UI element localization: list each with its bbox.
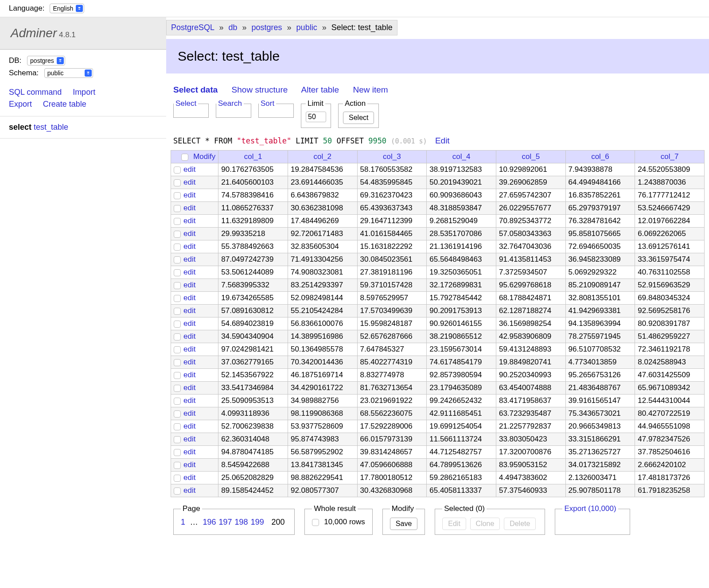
row-checkbox[interactable] <box>174 321 181 328</box>
row-checkbox[interactable] <box>174 192 181 199</box>
action-select-button[interactable]: Select <box>343 112 374 124</box>
row-edit-link[interactable]: edit <box>183 294 195 302</box>
crumb-current: Select: test_table <box>331 23 393 32</box>
column-header[interactable]: col_2 <box>288 151 357 163</box>
row-checkbox[interactable] <box>174 295 181 302</box>
row-edit-link[interactable]: edit <box>183 332 195 340</box>
export-fieldset[interactable]: Export (10,000) <box>555 504 630 535</box>
sidebar-table-link[interactable]: test_table <box>34 123 68 132</box>
create-table-link[interactable]: Create table <box>43 100 86 109</box>
row-edit-link[interactable]: edit <box>183 204 195 212</box>
limit-input[interactable] <box>306 112 326 122</box>
row-checkbox[interactable] <box>174 244 181 251</box>
row-edit-link[interactable]: edit <box>183 165 195 174</box>
row-edit-link[interactable]: edit <box>183 178 195 186</box>
select-fieldset[interactable]: Select <box>173 99 209 118</box>
db-label: DB: <box>9 56 21 65</box>
row-checkbox[interactable] <box>174 385 181 392</box>
sql-edit-link[interactable]: Edit <box>435 136 450 145</box>
language-select[interactable]: English <box>50 4 84 13</box>
export-link[interactable]: Export <box>9 100 32 109</box>
cell: 10.929892061 <box>496 163 565 176</box>
row-checkbox[interactable] <box>174 179 181 186</box>
column-header[interactable]: col_6 <box>565 151 635 163</box>
db-select[interactable]: postgres <box>27 56 65 66</box>
crumb-conn[interactable]: db <box>228 23 237 32</box>
row-checkbox[interactable] <box>174 462 181 469</box>
show-structure-link[interactable]: Show structure <box>232 85 288 94</box>
row-edit-link[interactable]: edit <box>183 435 195 443</box>
row-edit-link[interactable]: edit <box>183 460 195 469</box>
row-checkbox[interactable] <box>174 359 181 366</box>
select-all-checkbox[interactable] <box>181 154 188 161</box>
row-edit-link[interactable]: edit <box>183 409 195 418</box>
cell: 2.6662420102 <box>635 459 705 472</box>
row-edit-link[interactable]: edit <box>183 371 195 379</box>
row-checkbox[interactable] <box>174 398 181 405</box>
brand-name[interactable]: Adminer <box>11 26 57 40</box>
row-edit-link[interactable]: edit <box>183 255 195 263</box>
row-edit-link[interactable]: edit <box>183 345 195 353</box>
import-link[interactable]: Import <box>73 88 95 97</box>
cell: 15.9598248187 <box>357 317 427 330</box>
row-edit-link[interactable]: edit <box>183 306 195 315</box>
table-row: edit97.024298142150.13649855787.64784532… <box>171 343 705 356</box>
row-edit-link[interactable]: edit <box>183 486 195 495</box>
page-first[interactable]: 1 <box>181 518 185 526</box>
row-checkbox[interactable] <box>174 410 181 418</box>
column-header[interactable]: col_3 <box>357 151 427 163</box>
row-checkbox[interactable] <box>174 423 181 430</box>
page-link[interactable]: 196 <box>203 518 216 526</box>
row-checkbox[interactable] <box>174 269 181 276</box>
sort-fieldset[interactable]: Sort <box>258 99 294 118</box>
new-item-link[interactable]: New item <box>353 85 388 94</box>
row-edit-link[interactable]: edit <box>183 396 195 405</box>
page-link[interactable]: 197 <box>219 518 232 526</box>
row-edit-link[interactable]: edit <box>183 319 195 328</box>
row-edit-link[interactable]: edit <box>183 358 195 366</box>
row-checkbox[interactable] <box>174 218 181 225</box>
alter-table-link[interactable]: Alter table <box>301 85 339 94</box>
page-link[interactable]: 198 <box>235 518 248 526</box>
row-edit-link[interactable]: edit <box>183 191 195 199</box>
row-checkbox[interactable] <box>174 449 181 456</box>
row-edit-link[interactable]: edit <box>183 268 195 276</box>
row-edit-link[interactable]: edit <box>183 448 195 456</box>
row-checkbox[interactable] <box>174 333 181 340</box>
schema-select[interactable]: public <box>44 68 93 78</box>
row-checkbox[interactable] <box>174 282 181 289</box>
row-checkbox[interactable] <box>174 372 181 379</box>
search-fieldset[interactable]: Search <box>216 99 251 118</box>
cell: 26.0229557677 <box>496 202 565 215</box>
column-header[interactable]: col_5 <box>496 151 565 163</box>
sql-command-link[interactable]: SQL command <box>9 88 62 97</box>
column-header[interactable]: col_1 <box>218 151 288 163</box>
whole-result-checkbox[interactable] <box>312 519 319 526</box>
row-edit-link[interactable]: edit <box>183 242 195 251</box>
row-checkbox[interactable] <box>174 487 181 495</box>
cell: 27.3819181196 <box>357 266 427 279</box>
row-checkbox[interactable] <box>174 346 181 353</box>
page-link[interactable]: 199 <box>251 518 264 526</box>
row-edit-link[interactable]: edit <box>183 229 195 238</box>
row-checkbox[interactable] <box>174 256 181 263</box>
save-button[interactable]: Save <box>390 518 417 530</box>
column-header[interactable]: col_4 <box>427 151 496 163</box>
row-checkbox[interactable] <box>174 231 181 238</box>
row-checkbox[interactable] <box>174 475 181 482</box>
crumb-schema[interactable]: public <box>296 23 317 32</box>
crumb-server[interactable]: PostgreSQL <box>171 23 214 32</box>
row-edit-link[interactable]: edit <box>183 281 195 289</box>
row-checkbox[interactable] <box>174 166 181 174</box>
row-checkbox[interactable] <box>174 436 181 443</box>
row-checkbox[interactable] <box>174 308 181 315</box>
modify-header[interactable]: Modify <box>193 152 215 161</box>
row-edit-link[interactable]: edit <box>183 473 195 482</box>
row-edit-link[interactable]: edit <box>183 383 195 392</box>
column-header[interactable]: col_7 <box>635 151 705 163</box>
crumb-database[interactable]: postgres <box>252 23 282 32</box>
row-checkbox[interactable] <box>174 205 181 212</box>
row-edit-link[interactable]: edit <box>183 422 195 430</box>
cell: 25.5090953513 <box>218 395 288 407</box>
row-edit-link[interactable]: edit <box>183 217 195 225</box>
